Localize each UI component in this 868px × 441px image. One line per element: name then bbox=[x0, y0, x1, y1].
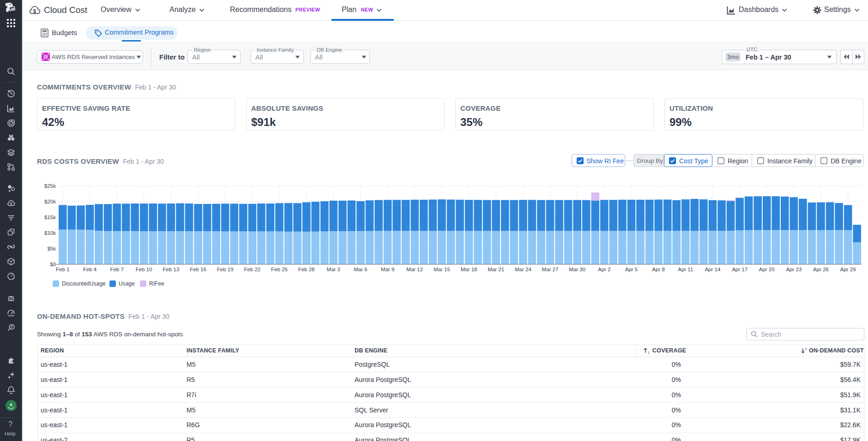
svg-text:Feb 25: Feb 25 bbox=[271, 267, 288, 272]
svg-text:Apr 26: Apr 26 bbox=[813, 267, 829, 272]
svg-text:Mar 9: Mar 9 bbox=[381, 267, 394, 272]
svg-text:Mar 6: Mar 6 bbox=[354, 267, 367, 272]
svg-text:Feb 13: Feb 13 bbox=[163, 267, 179, 272]
svg-text:Mar 12: Mar 12 bbox=[406, 267, 423, 272]
svg-text:Apr 23: Apr 23 bbox=[786, 267, 802, 272]
svg-text:Feb 16: Feb 16 bbox=[190, 267, 206, 272]
svg-text:Apr 29: Apr 29 bbox=[840, 267, 856, 272]
svg-text:Apr 17: Apr 17 bbox=[732, 267, 747, 272]
svg-text:Mar 30: Mar 30 bbox=[569, 267, 585, 272]
svg-text:Apr 20: Apr 20 bbox=[759, 267, 775, 272]
svg-text:Mar 21: Mar 21 bbox=[488, 267, 504, 272]
svg-text:Mar 24: Mar 24 bbox=[515, 267, 531, 272]
svg-text:Feb 7: Feb 7 bbox=[110, 267, 123, 272]
svg-text:Mar 18: Mar 18 bbox=[461, 267, 477, 272]
svg-text:Feb 1: Feb 1 bbox=[56, 267, 69, 272]
svg-text:Apr 11: Apr 11 bbox=[678, 267, 693, 272]
svg-text:Apr 2: Apr 2 bbox=[598, 267, 611, 272]
svg-text:Feb 28: Feb 28 bbox=[298, 267, 315, 272]
svg-text:Apr 14: Apr 14 bbox=[705, 267, 720, 272]
svg-text:1: 1 bbox=[648, 351, 650, 355]
svg-text:Feb 22: Feb 22 bbox=[244, 267, 260, 272]
svg-text:$20k: $20k bbox=[44, 199, 56, 204]
svg-text:Apr 8: Apr 8 bbox=[652, 267, 665, 272]
svg-text:Mar 15: Mar 15 bbox=[434, 267, 450, 272]
svg-text:$0: $0 bbox=[50, 262, 56, 267]
svg-text:Feb 10: Feb 10 bbox=[136, 267, 152, 272]
svg-text:$5k: $5k bbox=[47, 246, 56, 251]
svg-text:2: 2 bbox=[805, 347, 807, 351]
svg-text:$15k: $15k bbox=[44, 215, 56, 220]
svg-text:Feb 4: Feb 4 bbox=[83, 267, 97, 272]
svg-text:Mar 27: Mar 27 bbox=[542, 267, 559, 272]
svg-text:$25k: $25k bbox=[44, 183, 56, 189]
svg-text:Feb 19: Feb 19 bbox=[217, 267, 234, 272]
svg-text:Mar 3: Mar 3 bbox=[327, 267, 340, 272]
svg-text:$10k: $10k bbox=[44, 230, 56, 236]
svg-text:Apr 5: Apr 5 bbox=[625, 267, 638, 272]
svg-text:$: $ bbox=[10, 202, 12, 206]
